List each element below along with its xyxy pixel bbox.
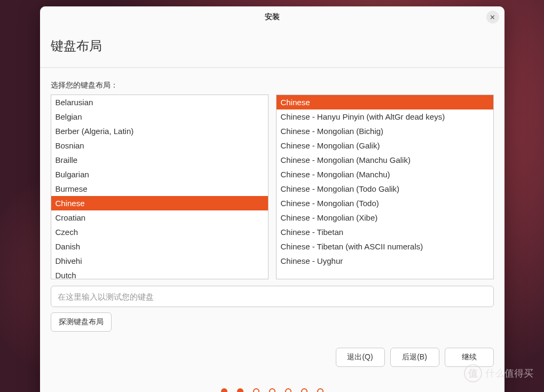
- layout-item[interactable]: Dutch: [51, 268, 268, 279]
- progress-dot: [237, 388, 243, 392]
- window-title: 安装: [265, 12, 280, 22]
- watermark-text: 什么值得买: [485, 367, 533, 380]
- keyboard-prompt: 选择您的键盘布局：: [51, 81, 494, 90]
- footer-buttons: 退出(Q) 后退(B) 继续: [51, 348, 494, 367]
- variants-listbox[interactable]: ChineseChinese - Hanyu Pinyin (with AltG…: [276, 95, 494, 279]
- variant-item[interactable]: Chinese: [277, 95, 493, 109]
- close-icon: ✕: [490, 13, 495, 21]
- variant-item[interactable]: Chinese - Mongolian (Manchu Galik): [277, 153, 493, 167]
- layout-item[interactable]: Dhivehi: [51, 254, 268, 268]
- progress-dot: [285, 388, 291, 392]
- variant-item[interactable]: Chinese - Tibetan: [277, 225, 493, 239]
- progress-dot: [317, 388, 324, 392]
- content-area: 键盘布局 选择您的键盘布局： BelarusianBelgianBerber (…: [40, 28, 504, 392]
- watermark-icon: 值: [464, 364, 482, 382]
- layout-item[interactable]: Belgian: [51, 109, 268, 124]
- variant-item[interactable]: Chinese - Uyghur: [277, 254, 493, 268]
- progress-dot: [221, 388, 227, 392]
- layout-item[interactable]: Belarusian: [51, 95, 268, 109]
- progress-dot: [301, 388, 308, 392]
- detect-layout-button[interactable]: 探测键盘布局: [51, 312, 112, 332]
- close-button[interactable]: ✕: [486, 11, 499, 23]
- layout-item[interactable]: Chinese: [51, 196, 268, 210]
- layout-item[interactable]: Braille: [51, 153, 268, 167]
- watermark: 值 什么值得买: [464, 364, 533, 382]
- layout-item[interactable]: Croatian: [51, 210, 268, 225]
- quit-button[interactable]: 退出(Q): [336, 348, 385, 367]
- variant-item[interactable]: Chinese - Tibetan (with ASCII numerals): [277, 239, 493, 254]
- variant-item[interactable]: Chinese - Mongolian (Todo Galik): [277, 182, 493, 196]
- layouts-listbox[interactable]: BelarusianBelgianBerber (Algeria, Latin)…: [51, 95, 269, 279]
- variant-item[interactable]: Chinese - Mongolian (Todo): [277, 196, 493, 210]
- layout-item[interactable]: Czech: [51, 225, 268, 239]
- back-button[interactable]: 后退(B): [390, 348, 439, 367]
- variant-item[interactable]: Chinese - Mongolian (Manchu): [277, 167, 493, 182]
- installer-window: 安装 ✕ 键盘布局 选择您的键盘布局： BelarusianBelgianBer…: [40, 6, 504, 392]
- progress-dot: [269, 388, 275, 392]
- layout-item[interactable]: Burmese: [51, 182, 268, 196]
- variant-item[interactable]: Chinese - Mongolian (Bichig): [277, 124, 493, 138]
- keyboard-test-input[interactable]: [51, 286, 494, 307]
- progress-dot: [253, 388, 259, 392]
- titlebar: 安装 ✕: [40, 6, 504, 28]
- variant-item[interactable]: Chinese - Hanyu Pinyin (with AltGr dead …: [277, 109, 493, 124]
- variant-item[interactable]: Chinese - Mongolian (Xibe): [277, 210, 493, 225]
- layout-item[interactable]: Berber (Algeria, Latin): [51, 124, 268, 138]
- layout-item[interactable]: Danish: [51, 239, 268, 254]
- layout-item[interactable]: Bosnian: [51, 138, 268, 153]
- variant-item[interactable]: Chinese - Mongolian (Galik): [277, 138, 493, 153]
- layout-item[interactable]: Bulgarian: [51, 167, 268, 182]
- divider: [40, 67, 504, 68]
- progress-dots: [51, 388, 494, 392]
- keyboard-lists: BelarusianBelgianBerber (Algeria, Latin)…: [51, 95, 494, 279]
- page-title: 键盘布局: [51, 37, 494, 54]
